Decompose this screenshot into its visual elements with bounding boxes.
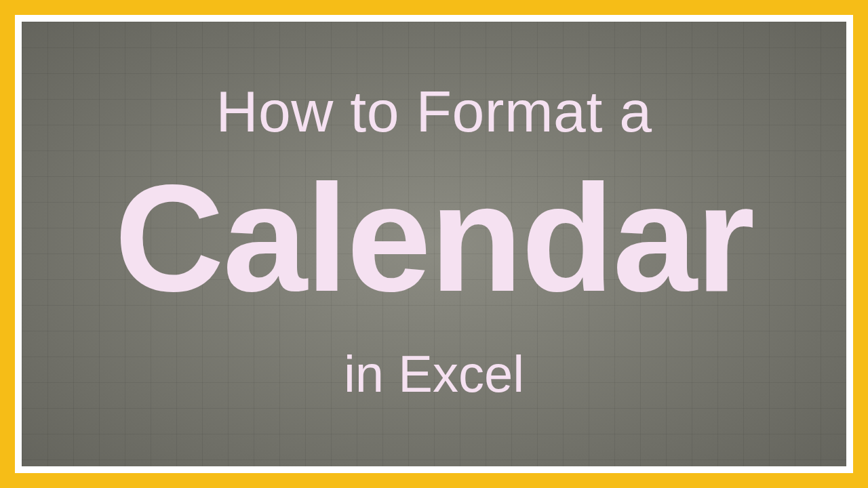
title-line-3: in Excel — [344, 344, 524, 403]
chalkboard-background: How to Format a Calendar in Excel — [22, 22, 846, 466]
title-line-2: Calendar — [115, 162, 754, 314]
outer-frame: How to Format a Calendar in Excel — [15, 15, 853, 473]
title-line-1: How to Format a — [216, 78, 652, 145]
